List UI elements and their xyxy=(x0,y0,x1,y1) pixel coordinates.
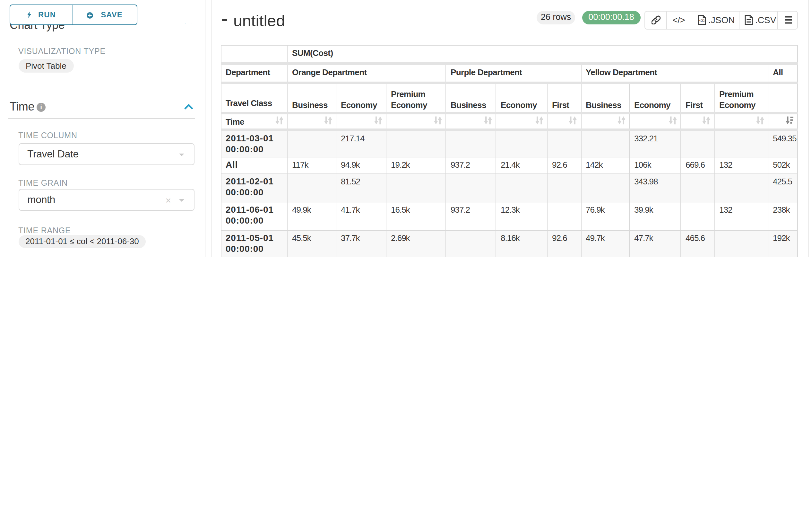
svg-text:</>: </> xyxy=(699,18,706,23)
